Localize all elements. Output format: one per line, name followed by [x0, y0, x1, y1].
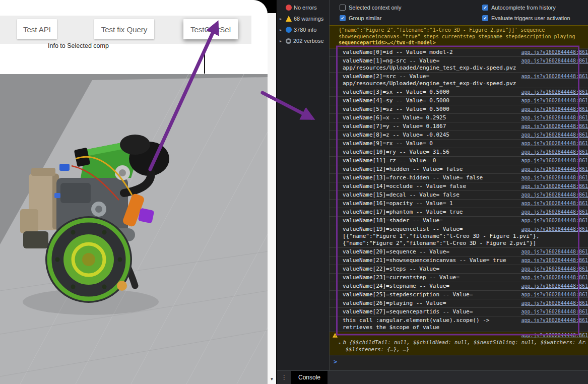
log-message: valueName[14]=occlude -- Value= false	[343, 183, 466, 189]
console-log-row: app.js?v1602844448:861 valueName[7]=y --…	[330, 122, 588, 131]
error-icon	[286, 5, 292, 11]
console-main: Selected context only Group similar Auto…	[330, 0, 588, 370]
log-source-link[interactable]: app.js?v1602844448:861	[521, 200, 588, 207]
log-source-link[interactable]: app.js?v1602844448:861	[521, 106, 588, 113]
console-settings: Selected context only Group similar Auto…	[330, 0, 588, 25]
object-preview[interactable]: ▸b {$$childTail: null, $$childHead: null…	[330, 339, 588, 355]
warning-icon	[286, 16, 292, 22]
log-source-link[interactable]: app.js?v1602844448:861	[521, 266, 588, 273]
checkbox-box[interactable]	[340, 5, 346, 11]
log-message: valueName[18]=shader -- Value=	[343, 217, 443, 224]
log-source-link[interactable]: app.js?v1602844448:861	[521, 140, 588, 147]
console-prompt[interactable]: >	[330, 355, 588, 365]
console-log-row: app.js?v1602844448:861 valueName[3]=sx -…	[330, 88, 588, 97]
log-message: valueName[1]=ng-src -- Value= app/resour…	[343, 57, 516, 71]
sidebar-filter-item[interactable]: ▸ No errors	[277, 2, 329, 13]
console-log-row: app.js?v1602844448:861 valueName[12]=hid…	[330, 165, 588, 174]
test-cust-sel-button[interactable]: TestCustSel	[183, 19, 238, 39]
log-source-link[interactable]: app.js?v1602844448:861	[521, 49, 588, 56]
sidebar-filter-item[interactable]: ▸ 68 warnings	[277, 13, 329, 24]
log-source-link[interactable]: app.js?v1602844448:861	[521, 123, 588, 130]
console-log-row: app.js?v1602844448:861 valueName[17]=pha…	[330, 208, 588, 217]
kebab-menu-icon[interactable]: ⋮	[281, 374, 287, 381]
log-source-link[interactable]: app.js?v1602844448:861	[521, 174, 588, 181]
sidebar-item-label: 202 verbose	[293, 38, 324, 44]
expand-caret-icon[interactable]: ▸	[280, 17, 284, 21]
log-source-link[interactable]: app.js?v1602844448:861	[521, 317, 588, 324]
console-log-row: app.js?v1602844448:861 valueName[13]=for…	[330, 174, 588, 182]
log-message: valueName[4]=sy -- Value= 0.5000	[343, 97, 449, 104]
log-message: valueName[16]=opacity -- Value= 1	[343, 200, 453, 207]
tab-console[interactable]: Console	[291, 371, 328, 384]
log-message: valueName[7]=y -- Value= 0.1867	[343, 123, 446, 130]
log-message: valueName[21]=showsequenceincanvas -- Va…	[343, 257, 506, 264]
checkbox-box[interactable]	[340, 15, 346, 21]
test-fix-query-button[interactable]: Test fix Query	[94, 19, 154, 39]
screen: Test APITest fix QueryTestCustSel Info t…	[0, 0, 588, 384]
console-log-row: app.js?v1602844448:861 valueName[16]=opa…	[330, 200, 588, 208]
console-warning-line: showsequenceincanvas="true" steps curren…	[339, 34, 586, 40]
log-message: this call :angular.element(value).scope(…	[343, 317, 489, 331]
console-log-row: app.js?v1602844448:861 valueName[9]=rx -…	[330, 140, 588, 148]
console-warning-entry: ! app.js?v1602844448:861 ▸b {$$childTail…	[330, 332, 588, 355]
devtools-drawer-bar: ⋮ Console	[277, 370, 588, 384]
console-log-row: app.js?v1602844448:861 valueName[24]=ste…	[330, 282, 588, 291]
expand-caret-icon[interactable]: ▸	[280, 28, 284, 32]
sidebar-filter-item[interactable]: ▸ 3780 info	[277, 24, 329, 35]
log-source-link[interactable]: app.js?v1602844448:861	[521, 89, 588, 96]
log-source-link[interactable]: app.js?v1602844448:861	[521, 300, 588, 307]
log-source-link[interactable]: app.js?v1602844448:861	[521, 226, 588, 233]
log-source-link[interactable]: app.js?v1602844448:861	[521, 157, 588, 164]
console-log-row: app.js?v1602844448:861 valueName[14]=occ…	[330, 182, 588, 191]
log-source-link[interactable]: app.js?v1602844448:861	[521, 183, 588, 190]
app-button-bar: Test APITest fix QueryTestCustSel	[0, 16, 251, 44]
console-log-area: {"name":"Figure 2","filename":"1-Creo 3D…	[330, 25, 588, 370]
devtools-panel: ▸ No errors ▸ 68 warnings ▸ 3780 info ▸ …	[276, 0, 588, 384]
log-source-link[interactable]: app.js?v1602844448:861	[521, 132, 588, 139]
log-source-link[interactable]: app.js?v1602844448:861	[521, 57, 588, 65]
log-source-link[interactable]: app.js?v1602844448:861	[521, 73, 588, 80]
log-source-link[interactable]: app.js?v1602844448:861	[521, 149, 588, 156]
test-api-button[interactable]: Test API	[17, 19, 57, 39]
3d-viewport[interactable]	[0, 74, 268, 384]
log-source-link[interactable]: app.js?v1602844448:861	[521, 97, 588, 104]
verbose-icon	[286, 38, 291, 44]
page-scrollbar[interactable]: ▼	[268, 13, 276, 384]
engine-3d-model	[0, 74, 268, 384]
checkbox-label: Group similar	[349, 15, 381, 21]
log-source-link[interactable]: app.js?v1602844448:861	[521, 248, 588, 255]
console-setting-checkbox[interactable]: Group similar	[340, 15, 381, 21]
console-warning-line: sequencepartids>…</twx-dt-model>	[339, 40, 586, 46]
log-message: valueName[5]=sz -- Value= 0.5000	[343, 106, 449, 112]
console-setting-checkbox[interactable]: Autocomplete from history	[482, 5, 556, 11]
log-message: valueName[15]=decal -- Value= false	[343, 191, 460, 198]
app-window: Test APITest fix QueryTestCustSel Info t…	[0, 0, 268, 384]
sidebar-filter-item[interactable]: ▸ 202 verbose	[277, 35, 329, 46]
checkbox-box[interactable]	[482, 5, 488, 11]
console-log-row: app.js?v1602844448:861 valueName[19]=seq…	[330, 225, 588, 248]
sidebar-item-label: 3780 info	[294, 27, 316, 33]
log-source-link[interactable]: app.js?v1602844448:861	[521, 274, 588, 281]
log-source-link[interactable]: app.js?v1602844448:861	[521, 166, 588, 173]
console-setting-checkbox[interactable]: Evaluate triggers user activation	[482, 15, 570, 21]
log-source-link[interactable]: app.js?v1602844448:861	[521, 291, 588, 298]
scroll-down-icon[interactable]: ▼	[269, 375, 275, 382]
log-source-link[interactable]: app.js?v1602844448:861	[521, 209, 588, 216]
checkbox-box[interactable]	[482, 15, 488, 21]
log-source-link[interactable]: app.js?v1602844448:861	[521, 308, 588, 315]
log-source-link[interactable]: app.js?v1602844448:861	[521, 114, 588, 121]
log-source-link[interactable]: app.js?v1602844448:861	[521, 217, 588, 224]
console-log-row: app.js?v1602844448:861 valueName[0]=id -…	[330, 48, 588, 57]
expand-caret-icon[interactable]: ▸	[280, 39, 284, 43]
object-preview-line1: b {$$childTail: null, $$childHead: null,…	[343, 339, 586, 345]
log-source-link[interactable]: app.js?v1602844448:861	[521, 283, 588, 290]
log-source-link[interactable]: app.js?v1602844448:861	[521, 257, 588, 264]
log-message: valueName[9]=rx -- Value= 0	[343, 140, 433, 147]
console-warning-line: {"name":"Figure 2","filename":"1-Creo 3D…	[339, 27, 586, 34]
log-source-link[interactable]: app.js?v1602844448:861	[521, 191, 588, 199]
console-setting-checkbox[interactable]: Selected context only	[340, 5, 402, 11]
log-message: valueName[10]=ry -- Value= 31.56	[343, 149, 449, 155]
warning-source-link[interactable]: app.js?v1602844448:861	[521, 333, 588, 338]
expand-caret-icon[interactable]: ▸	[339, 341, 341, 345]
checkbox-label: Selected context only	[349, 5, 402, 11]
